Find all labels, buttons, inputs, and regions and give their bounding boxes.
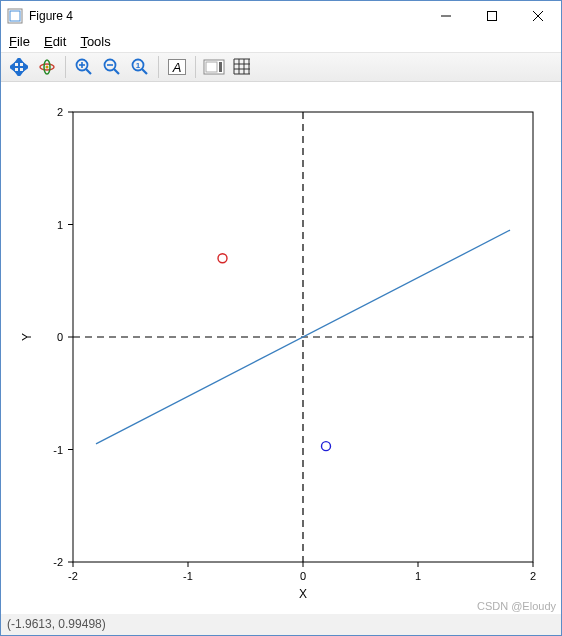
svg-marker-10 bbox=[10, 64, 14, 70]
svg-marker-11 bbox=[24, 64, 28, 70]
svg-text:1: 1 bbox=[415, 570, 421, 582]
svg-text:1: 1 bbox=[57, 218, 63, 230]
svg-rect-1 bbox=[10, 11, 20, 21]
pan-icon bbox=[10, 58, 28, 76]
svg-text:2: 2 bbox=[530, 570, 536, 582]
titlebar: Figure 4 bbox=[1, 1, 561, 31]
svg-text:-1: -1 bbox=[183, 570, 193, 582]
zoom-in-button[interactable] bbox=[70, 54, 98, 80]
statusbar: (-1.9613, 0.99498) bbox=[1, 614, 561, 635]
zoom-out-icon bbox=[103, 58, 121, 76]
zoom-out-button[interactable] bbox=[98, 54, 126, 80]
coords-readout: (-1.9613, 0.99498) bbox=[7, 617, 106, 631]
watermark: CSDN @Eloudy bbox=[477, 600, 556, 612]
zoom-reset-button[interactable]: 1 bbox=[126, 54, 154, 80]
toolbar: 1 A bbox=[1, 52, 561, 81]
svg-text:0: 0 bbox=[57, 331, 63, 343]
svg-marker-9 bbox=[16, 72, 22, 76]
figure-area[interactable]: -2-1012-2-1012XY bbox=[1, 82, 561, 614]
svg-rect-3 bbox=[488, 12, 497, 21]
zoom-in-icon bbox=[75, 58, 93, 76]
grid-icon bbox=[233, 58, 251, 76]
menu-tools[interactable]: Tools bbox=[80, 34, 110, 49]
maximize-button[interactable] bbox=[469, 1, 515, 31]
svg-rect-29 bbox=[219, 62, 222, 72]
rotate3d-icon bbox=[38, 58, 56, 76]
svg-text:1: 1 bbox=[136, 61, 141, 70]
window-title: Figure 4 bbox=[29, 9, 73, 23]
svg-text:A: A bbox=[172, 60, 182, 75]
text-button[interactable]: A bbox=[163, 54, 191, 80]
svg-line-16 bbox=[86, 69, 91, 74]
svg-text:2: 2 bbox=[57, 106, 63, 118]
text-icon: A bbox=[167, 58, 187, 76]
svg-text:-2: -2 bbox=[53, 556, 63, 568]
svg-text:Y: Y bbox=[20, 333, 34, 341]
svg-text:0: 0 bbox=[300, 570, 306, 582]
rotate3d-button[interactable] bbox=[33, 54, 61, 80]
svg-rect-28 bbox=[206, 62, 217, 72]
svg-line-23 bbox=[142, 69, 147, 74]
svg-marker-8 bbox=[16, 58, 22, 62]
close-button[interactable] bbox=[515, 1, 561, 31]
colorbar-button[interactable] bbox=[200, 54, 228, 80]
svg-point-14 bbox=[46, 66, 49, 69]
minimize-button[interactable] bbox=[423, 1, 469, 31]
svg-line-20 bbox=[114, 69, 119, 74]
svg-text:X: X bbox=[299, 587, 307, 601]
menu-edit[interactable]: Edit bbox=[44, 34, 66, 49]
pan-button[interactable] bbox=[5, 54, 33, 80]
svg-text:-1: -1 bbox=[53, 443, 63, 455]
chart: -2-1012-2-1012XY bbox=[1, 82, 561, 610]
svg-text:-2: -2 bbox=[68, 570, 78, 582]
colorbar-icon bbox=[203, 59, 225, 75]
zoom-reset-icon: 1 bbox=[131, 58, 149, 76]
grid-button[interactable] bbox=[228, 54, 256, 80]
window-icon bbox=[7, 8, 23, 24]
menu-file[interactable]: File bbox=[9, 34, 30, 49]
menubar: File Edit Tools bbox=[1, 31, 561, 52]
